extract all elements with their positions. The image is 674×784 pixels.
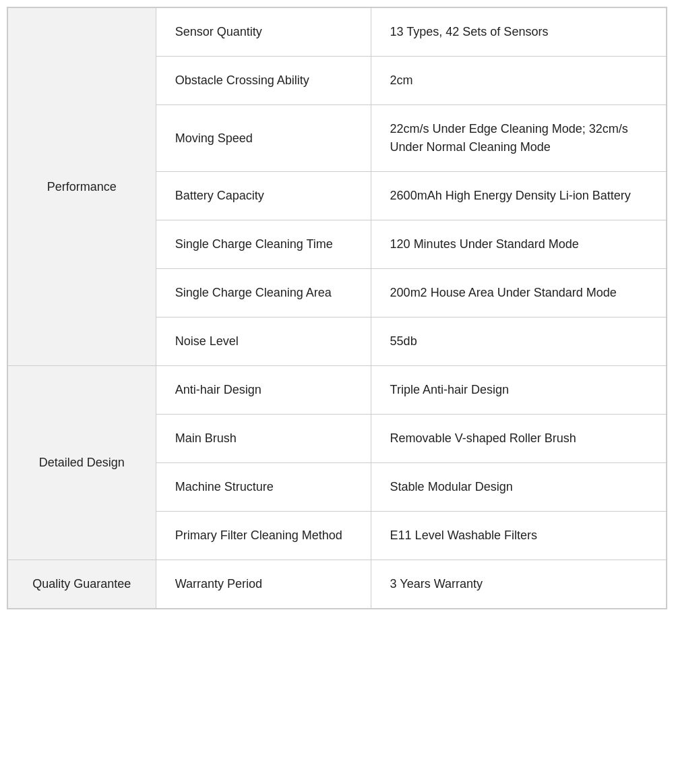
table-row: PerformanceSensor Quantity13 Types, 42 S… bbox=[8, 8, 667, 57]
value-cell: 120 Minutes Under Standard Mode bbox=[371, 220, 666, 269]
property-cell: Battery Capacity bbox=[156, 172, 371, 220]
property-cell: Noise Level bbox=[156, 318, 371, 366]
property-cell: Main Brush bbox=[156, 415, 371, 463]
property-cell: Moving Speed bbox=[156, 105, 371, 172]
table-row: Detailed DesignAnti-hair DesignTriple An… bbox=[8, 366, 667, 415]
property-cell: Primary Filter Cleaning Method bbox=[156, 512, 371, 560]
value-cell: 3 Years Warranty bbox=[371, 560, 666, 609]
value-cell: 13 Types, 42 Sets of Sensors bbox=[371, 8, 666, 57]
category-cell: Performance bbox=[8, 8, 156, 366]
property-cell: Anti-hair Design bbox=[156, 366, 371, 415]
value-cell: Removable V-shaped Roller Brush bbox=[371, 415, 666, 463]
value-cell: Triple Anti-hair Design bbox=[371, 366, 666, 415]
value-cell: E11 Level Washable Filters bbox=[371, 512, 666, 560]
category-cell: Quality Guarantee bbox=[8, 560, 156, 609]
property-cell: Obstacle Crossing Ability bbox=[156, 57, 371, 105]
category-cell: Detailed Design bbox=[8, 366, 156, 560]
value-cell: 2600mAh High Energy Density Li-ion Batte… bbox=[371, 172, 666, 220]
property-cell: Single Charge Cleaning Area bbox=[156, 269, 371, 318]
property-cell: Machine Structure bbox=[156, 463, 371, 512]
value-cell: 2cm bbox=[371, 57, 666, 105]
specs-table: PerformanceSensor Quantity13 Types, 42 S… bbox=[7, 7, 667, 609]
property-cell: Sensor Quantity bbox=[156, 8, 371, 57]
table-row: Quality GuaranteeWarranty Period3 Years … bbox=[8, 560, 667, 609]
value-cell: 200m2 House Area Under Standard Mode bbox=[371, 269, 666, 318]
property-cell: Single Charge Cleaning Time bbox=[156, 220, 371, 269]
value-cell: 55db bbox=[371, 318, 666, 366]
value-cell: Stable Modular Design bbox=[371, 463, 666, 512]
property-cell: Warranty Period bbox=[156, 560, 371, 609]
value-cell: 22cm/s Under Edge Cleaning Mode; 32cm/s … bbox=[371, 105, 666, 172]
